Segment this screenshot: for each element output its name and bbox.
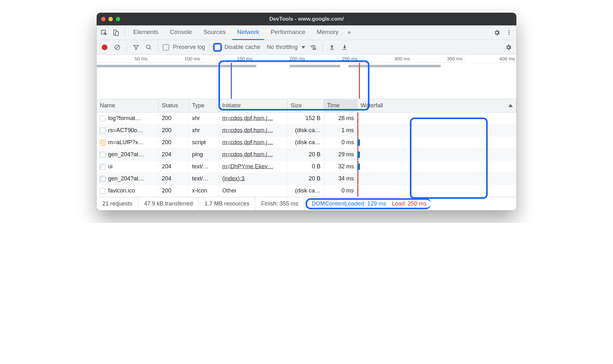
cell-name[interactable]: log?format… — [97, 112, 159, 125]
file-type-icon — [100, 128, 106, 133]
file-type-icon — [100, 140, 106, 145]
clear-button[interactable] — [113, 43, 122, 52]
cell-name[interactable]: gen_204?at… — [97, 173, 159, 185]
cell-name[interactable]: favicon.ico — [97, 185, 159, 197]
timeline-ruler: 50 ms 100 ms 150 ms 200 ms 250 ms 300 ms… — [97, 55, 516, 63]
cell-initiator[interactable]: (index):3 — [219, 173, 287, 185]
col-name[interactable]: Name — [97, 99, 159, 112]
record-button[interactable] — [100, 43, 109, 52]
cell-initiator[interactable]: m=DhPYme,Ekev… — [219, 161, 287, 173]
settings-icon[interactable] — [492, 27, 502, 38]
svg-point-11 — [314, 48, 316, 50]
device-toolbar-icon[interactable] — [111, 27, 121, 38]
cell-waterfall — [357, 125, 516, 137]
tab-sources[interactable]: Sources — [198, 25, 231, 40]
cell-type: text/… — [189, 173, 219, 185]
download-har-icon[interactable] — [340, 43, 349, 52]
cell-waterfall — [357, 112, 516, 125]
tab-memory[interactable]: Memory — [312, 25, 344, 40]
cell-type: xhr — [189, 125, 219, 137]
preserve-log-label: Preserve log — [173, 44, 205, 51]
preserve-log-checkbox[interactable]: Preserve log — [163, 44, 205, 51]
cell-size: (disk ca… — [287, 185, 324, 197]
throttling-label: No throttling — [267, 44, 298, 51]
svg-rect-13 — [343, 49, 347, 50]
cell-name[interactable]: rs=ACT90o… — [97, 125, 159, 137]
cell-size: 20 B — [287, 173, 324, 185]
cell-initiator[interactable]: m=cdos,dpf,hsm,j… — [219, 112, 287, 125]
cell-status: 200 — [159, 125, 189, 137]
cell-time: 28 ms — [324, 112, 357, 125]
cell-type: text/… — [189, 161, 219, 173]
cell-waterfall — [357, 149, 516, 161]
file-type-icon — [100, 116, 106, 121]
cell-status: 204 — [159, 161, 189, 173]
table-row[interactable]: ui204text/…m=DhPYme,Ekev…0 B32 ms — [97, 161, 516, 173]
upload-har-icon[interactable] — [327, 43, 337, 52]
cell-status: 200 — [159, 185, 189, 197]
table-row[interactable]: gen_204?at…204pingm=cdos,dpf,hsm,j…20 B2… — [97, 149, 516, 161]
network-settings-icon[interactable] — [504, 43, 513, 52]
cell-status: 200 — [159, 137, 189, 149]
cell-size: 152 B — [287, 112, 324, 125]
cell-size: (disk ca… — [287, 125, 324, 137]
status-resources: 1.7 MB resources — [199, 197, 255, 210]
cell-initiator[interactable]: m=cdos,dpf,hsm,j… — [219, 137, 287, 149]
status-requests: 21 requests — [97, 197, 138, 210]
search-icon[interactable] — [144, 43, 154, 52]
col-type[interactable]: Type — [189, 99, 219, 112]
svg-line-7 — [115, 45, 119, 49]
cell-initiator[interactable]: m=cdos,dpf,hsm,j… — [219, 149, 287, 161]
cell-waterfall — [357, 185, 516, 197]
cell-name[interactable]: gen_204?at… — [97, 149, 159, 161]
svg-point-10 — [313, 49, 314, 50]
disable-cache-checkbox[interactable]: Disable cache — [214, 44, 260, 51]
table-row[interactable]: gen_204?at…204text/…(index):320 B34 ms — [97, 173, 516, 185]
col-initiator[interactable]: Initiator — [219, 99, 287, 112]
table-row[interactable]: rs=ACT90o…200xhrm=cdos,dpf,hsm,j…(disk c… — [97, 125, 516, 137]
window-title: DevTools - www.google.com/ — [97, 16, 516, 22]
throttling-select[interactable]: No throttling — [267, 44, 305, 51]
cell-initiator[interactable]: m=cdos,dpf,hsm,j… — [219, 125, 287, 137]
table-row[interactable]: favicon.ico200x-iconOther(disk ca…0 ms — [97, 185, 516, 197]
cell-time: 0 ms — [324, 185, 357, 197]
cell-size: 20 B — [287, 149, 324, 161]
cell-size: (disk ca… — [287, 137, 324, 149]
svg-point-8 — [147, 45, 150, 49]
cell-status: 204 — [159, 149, 189, 161]
tab-network[interactable]: Network — [232, 25, 265, 40]
cell-waterfall — [357, 173, 516, 185]
filter-icon[interactable] — [131, 43, 141, 52]
network-conditions-icon[interactable] — [308, 43, 318, 52]
tab-elements[interactable]: Elements — [128, 25, 163, 40]
cell-initiator[interactable]: Other — [219, 185, 287, 197]
cell-size: 0 B — [287, 161, 324, 173]
network-toolbar: Preserve log Disable cache No throttling — [97, 40, 516, 55]
more-tabs-button[interactable]: » — [345, 25, 354, 40]
timeline-overview[interactable]: 50 ms 100 ms 150 ms 200 ms 250 ms 300 ms… — [97, 55, 516, 99]
table-row[interactable]: m=aLUfP?x…200scriptm=cdos,dpf,hsm,j…(dis… — [97, 137, 516, 149]
tab-performance[interactable]: Performance — [265, 25, 310, 40]
request-table: Name Status Type Initiator Size Time Wat… — [97, 99, 516, 112]
cell-name[interactable]: m=aLUfP?x… — [97, 137, 159, 149]
disable-cache-label: Disable cache — [224, 44, 260, 51]
kebab-menu-icon[interactable] — [504, 27, 514, 38]
select-element-icon[interactable] — [99, 27, 109, 38]
col-waterfall[interactable]: Waterfall — [357, 99, 516, 112]
cell-time: 1 ms — [324, 125, 357, 137]
cell-name[interactable]: ui — [97, 161, 159, 173]
status-transferred: 47.9 kB transferred — [138, 197, 199, 210]
tab-console[interactable]: Console — [165, 25, 197, 40]
status-bar: 21 requests 47.9 kB transferred 1.7 MB r… — [97, 197, 516, 210]
col-size[interactable]: Size — [287, 99, 324, 112]
status-load: Load: 250 ms — [392, 200, 426, 207]
status-dcl-highlight: DOMContentLoaded: 129 ms Load: 250 ms — [306, 198, 431, 209]
cell-type: script — [189, 137, 219, 149]
timeline-body — [97, 63, 516, 99]
col-time[interactable]: Time — [324, 99, 357, 112]
col-status[interactable]: Status — [159, 99, 189, 112]
file-type-icon — [100, 164, 106, 170]
cell-status: 200 — [159, 112, 189, 125]
table-row[interactable]: log?format…200xhrm=cdos,dpf,hsm,j…152 B2… — [97, 112, 516, 125]
svg-point-5 — [508, 34, 509, 35]
